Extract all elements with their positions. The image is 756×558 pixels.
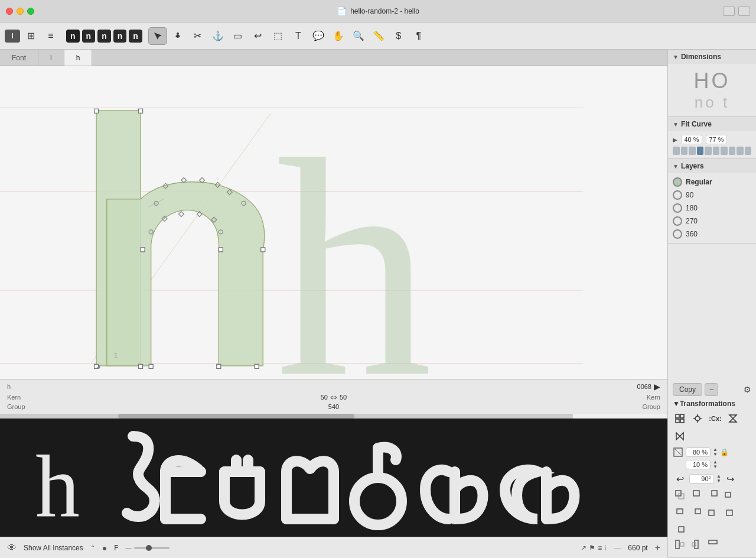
scale-y-down[interactable]: ▼ (713, 465, 718, 469)
fit-dot-2[interactable] (689, 147, 696, 155)
fit-dot-8[interactable] (737, 147, 744, 155)
copy-gear-icon[interactable]: ⚙ (744, 385, 751, 394)
layers-header[interactable]: ▼ Layers (668, 159, 756, 173)
canvas-area[interactable]: 1 h (0, 66, 667, 379)
zoom-tool[interactable]: 🔍 (349, 27, 368, 45)
font-size-slider[interactable]: — (126, 544, 170, 551)
svg-rect-41 (676, 414, 679, 418)
speech-tool[interactable]: 💬 (309, 27, 328, 45)
transformations-header[interactable]: ▼ Transformations (673, 400, 751, 408)
font-sample-3[interactable]: n (113, 30, 127, 43)
scale-y-input[interactable]: 10 % (686, 460, 711, 469)
transform-extra-2[interactable] (689, 537, 703, 551)
fit-dot-4[interactable] (705, 147, 712, 155)
anchor-tool[interactable]: ⚓ (208, 27, 227, 45)
view-toggle[interactable] (723, 7, 735, 16)
dimensions-header[interactable]: ▼ Dimensions (668, 50, 756, 64)
hand-tool[interactable]: ✋ (329, 27, 348, 45)
paragraph-tool[interactable]: ¶ (409, 27, 428, 45)
fit-curve-val2[interactable]: 77 % (706, 135, 727, 144)
mode-icon-3[interactable]: ≡ (598, 544, 602, 552)
copy-button[interactable]: Copy (673, 383, 702, 396)
font-sample-4[interactable]: n (129, 30, 142, 43)
tab-l[interactable]: l (38, 50, 64, 66)
eye-icon[interactable]: 👁 (7, 543, 17, 553)
fit-curve-header[interactable]: ▼ Fit Curve (668, 117, 756, 131)
rotation-down[interactable]: ▼ (716, 479, 721, 484)
scrollbar-thumb[interactable] (118, 414, 354, 418)
fit-dot-7[interactable] (729, 147, 736, 155)
select-tool[interactable] (148, 27, 167, 45)
fit-curve-section: ▼ Fit Curve ▶ 40 % 77 % (668, 117, 756, 159)
minimize-button[interactable] (17, 8, 24, 15)
tab-font[interactable]: Font (0, 50, 38, 66)
transform-btn-cx[interactable]: :Cx: (708, 411, 722, 426)
transform-align-br[interactable] (673, 521, 687, 535)
undo-button[interactable]: ↩ (249, 27, 268, 45)
layer-regular[interactable]: Regular (668, 176, 756, 189)
layer-180[interactable]: 180 (668, 202, 756, 215)
pen-tool[interactable] (168, 27, 187, 45)
transform-align-tc[interactable] (689, 488, 703, 502)
layer-90[interactable]: 90 (668, 189, 756, 202)
grid-view-button[interactable]: ⊞ (21, 27, 40, 45)
scale-x-stepper[interactable]: ▲ ▼ (713, 447, 718, 457)
copy-minus-button[interactable]: − (705, 383, 718, 396)
info-button[interactable]: i (5, 30, 20, 43)
transform-align-bl[interactable] (706, 504, 720, 518)
lock-icon[interactable]: 🔒 (720, 448, 729, 456)
rotate-ccw-icon[interactable]: ↩ (673, 472, 687, 486)
transform-align-mc[interactable] (673, 504, 687, 518)
mode-icon-1[interactable]: ↗ (581, 544, 586, 552)
transform-align-tr[interactable] (706, 488, 720, 502)
transform-btn-flipv[interactable] (726, 411, 740, 426)
scale-y-stepper[interactable]: ▲ ▼ (713, 460, 718, 469)
fit-curve-expand[interactable]: ▶ (673, 137, 677, 143)
text-tool[interactable]: T (289, 27, 308, 45)
rotation-input[interactable]: 90° (689, 474, 714, 484)
transform-align-mr[interactable] (689, 504, 703, 518)
fit-dot-9[interactable] (745, 147, 752, 155)
horizontal-scrollbar[interactable] (0, 414, 573, 418)
mode-icon-4[interactable]: ⁞ (604, 544, 607, 552)
transform-btn-fliph[interactable] (673, 429, 687, 443)
transform-align-bc[interactable] (722, 504, 737, 518)
list-view-button[interactable]: ≡ (41, 27, 60, 45)
rectangle-tool[interactable]: ▭ (229, 27, 247, 45)
next-glyph-icon[interactable]: ▶ (654, 382, 660, 391)
fit-curve-val1[interactable]: 40 % (681, 135, 702, 144)
fit-dot-6[interactable] (721, 147, 728, 155)
dollar-tool[interactable]: $ (389, 27, 408, 45)
fit-dot-1[interactable] (681, 147, 688, 155)
sidebar-toggle[interactable] (738, 7, 750, 16)
measure-tool[interactable]: 📏 (369, 27, 388, 45)
maximize-button[interactable] (27, 8, 34, 15)
font-sample-1[interactable]: n (82, 30, 96, 43)
rotation-stepper[interactable]: ▲ ▼ (716, 474, 721, 484)
layer-360[interactable]: 360 (668, 228, 756, 241)
layer-270[interactable]: 270 (668, 215, 756, 228)
transform-extra-1[interactable] (673, 537, 687, 551)
mode-icon-2[interactable]: ⚑ (589, 544, 595, 552)
transform-tool[interactable]: ⬚ (269, 27, 288, 45)
transform-align-ml[interactable] (722, 488, 737, 502)
fit-dot-3[interactable] (697, 147, 704, 155)
scale-x-input[interactable]: 80 % (686, 447, 711, 457)
knife-tool[interactable]: ✂ (188, 27, 207, 45)
font-sample-2[interactable]: n (97, 30, 111, 43)
transform-extra-3[interactable] (706, 537, 720, 551)
transform-align-tl[interactable] (673, 488, 687, 502)
fit-dot-5[interactable] (713, 147, 720, 155)
transform-btn-center[interactable] (690, 411, 705, 426)
scale-x-down[interactable]: ▼ (713, 452, 718, 457)
show-all-chevron[interactable]: ⌃ (90, 544, 95, 551)
font-sample-0[interactable]: n (66, 30, 80, 43)
svg-rect-58 (693, 491, 699, 496)
transform-btn-select[interactable] (673, 411, 687, 426)
tab-h[interactable]: h (64, 50, 93, 66)
fit-dot-0[interactable] (673, 147, 680, 155)
zoom-plus[interactable]: + (655, 543, 660, 553)
rotate-cw-icon[interactable]: ↪ (724, 472, 738, 486)
close-button[interactable] (6, 8, 13, 15)
kern-adjust[interactable]: ⇔ (330, 392, 337, 402)
